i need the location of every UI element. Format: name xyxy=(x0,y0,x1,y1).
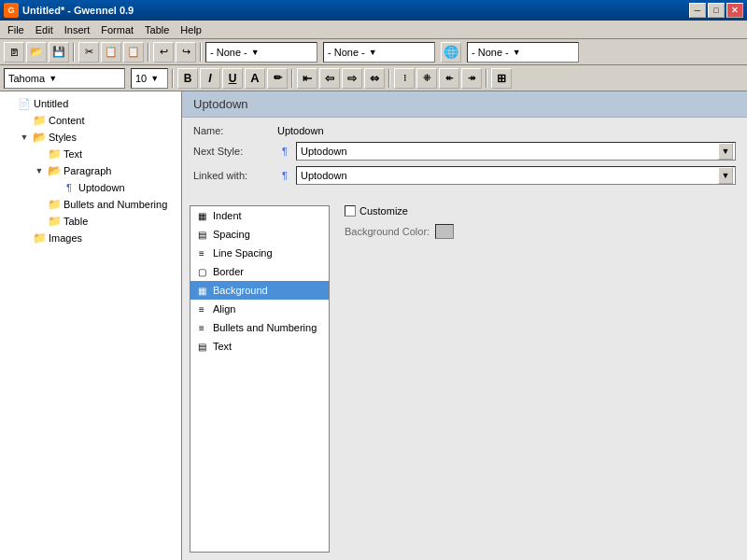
align-justify-button[interactable]: ⇔ xyxy=(364,68,385,89)
dropdown-none-3-arrow: ▼ xyxy=(513,48,521,57)
property-list: ▦ Indent ▤ Spacing ≡ Line Spacing ▢ Bord… xyxy=(190,205,330,553)
next-style-icon: ¶ xyxy=(277,144,292,159)
toggle-styles: ▼ xyxy=(17,133,32,142)
folder-content-icon: 📁 xyxy=(32,113,47,128)
tree-label-uptodown: Uptodown xyxy=(78,182,125,193)
prop-spacing[interactable]: ▤ Spacing xyxy=(190,225,329,244)
font-size: 10 xyxy=(135,73,147,84)
tree-item-uptodown[interactable]: ¶ Uptodown xyxy=(0,179,181,196)
next-style-arrow[interactable]: ▼ xyxy=(718,143,733,160)
font-selector[interactable]: Tahoma ▼ xyxy=(4,68,125,89)
tree-item-images[interactable]: 📁 Images xyxy=(0,230,181,246)
new-button[interactable]: 🖹 xyxy=(4,42,24,63)
list-ordered-button[interactable]: ⁜ xyxy=(416,68,437,89)
minimize-button[interactable]: ─ xyxy=(689,3,706,18)
menu-help[interactable]: Help xyxy=(175,22,207,37)
folder-bullets-icon: 📁 xyxy=(47,197,62,212)
tree-item-bullets[interactable]: 📁 Bullets and Numbering xyxy=(0,196,181,213)
bullets-icon: ≡ xyxy=(194,320,209,335)
pen-button[interactable]: ✏ xyxy=(267,68,288,89)
dropdown-none-2[interactable]: - None - ▼ xyxy=(323,42,435,63)
prop-background-label: Background xyxy=(213,285,268,296)
prop-spacing-label: Spacing xyxy=(213,229,250,240)
linked-with-dropdown[interactable]: Uptodown ▼ xyxy=(296,166,736,185)
font-name: Tahoma xyxy=(8,73,45,84)
tree-item-content[interactable]: 📁 Content xyxy=(0,112,181,129)
panel-title: Uptodown xyxy=(193,97,248,111)
linked-with-value: Uptodown xyxy=(301,170,347,181)
prop-background[interactable]: ▦ Background xyxy=(190,281,329,300)
dropdown-none-1[interactable]: - None - ▼ xyxy=(205,42,317,63)
save-button[interactable]: 💾 xyxy=(49,42,69,63)
menu-file[interactable]: File xyxy=(2,22,30,37)
menu-insert[interactable]: Insert xyxy=(59,22,96,37)
indent-icon: ▦ xyxy=(194,208,209,223)
indent-decrease-button[interactable]: ↞ xyxy=(439,68,459,89)
underline-button[interactable]: U xyxy=(222,68,243,89)
menu-table[interactable]: Table xyxy=(139,22,175,37)
tree-item-styles[interactable]: ▼ 📂 Styles xyxy=(0,129,181,146)
dropdown-none-1-label: - None - xyxy=(210,47,247,58)
prop-line-spacing[interactable]: ≡ Line Spacing xyxy=(190,244,329,262)
sep-7 xyxy=(486,69,487,88)
tree-label-untitled: Untitled xyxy=(34,98,68,109)
panel-content: ▦ Indent ▤ Spacing ≡ Line Spacing ▢ Bord… xyxy=(182,198,747,560)
app-icon: G xyxy=(4,3,19,18)
prop-bullets-numbering[interactable]: ≡ Bullets and Numbering xyxy=(190,318,329,337)
list-unordered-button[interactable]: ⁝ xyxy=(394,68,415,89)
prop-align[interactable]: ≡ Align xyxy=(190,300,329,318)
prop-text[interactable]: ▤ Text xyxy=(190,337,329,356)
align-right-button[interactable]: ⇨ xyxy=(342,68,362,89)
name-label: Name: xyxy=(193,125,277,136)
menu-edit[interactable]: Edit xyxy=(30,22,59,37)
linked-with-arrow[interactable]: ▼ xyxy=(718,167,733,184)
name-value: Uptodown xyxy=(277,125,324,136)
indent-increase-button[interactable]: ↠ xyxy=(461,68,482,89)
undo-button[interactable]: ↩ xyxy=(153,42,174,63)
prop-text-label: Text xyxy=(213,341,232,352)
customize-row: Customize xyxy=(345,205,740,217)
tree-item-text[interactable]: 📁 Text xyxy=(0,146,181,162)
menu-format[interactable]: Format xyxy=(95,22,139,37)
doc-icon: 📄 xyxy=(17,96,32,111)
dropdown-none-3[interactable]: - None - ▼ xyxy=(467,42,579,63)
bg-color-swatch[interactable] xyxy=(435,224,454,239)
font-size-selector[interactable]: 10 ▼ xyxy=(131,68,168,89)
align-center-button[interactable]: ⇦ xyxy=(319,68,340,89)
bold-button[interactable]: B xyxy=(177,68,198,89)
open-button[interactable]: 📂 xyxy=(26,42,47,63)
folder-styles-icon: 📂 xyxy=(32,130,47,145)
highlight-button[interactable]: A xyxy=(245,68,265,89)
size-arrow: ▼ xyxy=(150,74,159,83)
redo-button[interactable]: ↪ xyxy=(176,42,196,63)
tree-item-table[interactable]: 📁 Table xyxy=(0,213,181,230)
toolbar-1: 🖹 📂 💾 ✂ 📋 📋 ↩ ↪ - None - ▼ - None - ▼ 🌐 … xyxy=(0,39,747,65)
copy-button[interactable]: 📋 xyxy=(101,42,121,63)
paste-button[interactable]: 📋 xyxy=(123,42,144,63)
italic-button[interactable]: I xyxy=(200,68,220,89)
close-button[interactable]: ✕ xyxy=(726,3,743,18)
dropdown-none-2-label: - None - xyxy=(328,47,365,58)
prop-border[interactable]: ▢ Border xyxy=(190,262,329,281)
customize-checkbox[interactable] xyxy=(345,205,356,217)
globe-button[interactable]: 🌐 xyxy=(441,42,461,63)
tree-label-images: Images xyxy=(49,232,82,244)
folder-paragraph-icon: 📂 xyxy=(47,163,62,178)
table-insert-button[interactable]: ⊞ xyxy=(491,68,512,89)
customize-label: Customize xyxy=(359,205,408,217)
tree-panel: 📄 Untitled 📁 Content ▼ 📂 Styles 📁 Text ▼… xyxy=(0,91,182,560)
next-style-label: Next Style: xyxy=(193,146,277,157)
maximize-button[interactable]: □ xyxy=(708,3,725,18)
bg-color-row: Background Color: xyxy=(345,224,740,239)
next-style-dropdown[interactable]: Uptodown ▼ xyxy=(296,142,736,161)
tree-label-text: Text xyxy=(63,148,82,160)
tree-item-untitled[interactable]: 📄 Untitled xyxy=(0,95,181,112)
right-panel: Uptodown Name: Uptodown Next Style: ¶ Up… xyxy=(182,91,747,560)
linked-with-dropdown-wrap: Uptodown ▼ xyxy=(296,166,736,185)
tree-item-paragraph[interactable]: ▼ 📂 Paragraph xyxy=(0,162,181,179)
prop-indent[interactable]: ▦ Indent xyxy=(190,206,329,225)
folder-images-icon: 📁 xyxy=(32,231,47,245)
para-icon: ¶ xyxy=(62,180,77,195)
align-left-button[interactable]: ⇤ xyxy=(297,68,317,89)
cut-button[interactable]: ✂ xyxy=(78,42,99,63)
